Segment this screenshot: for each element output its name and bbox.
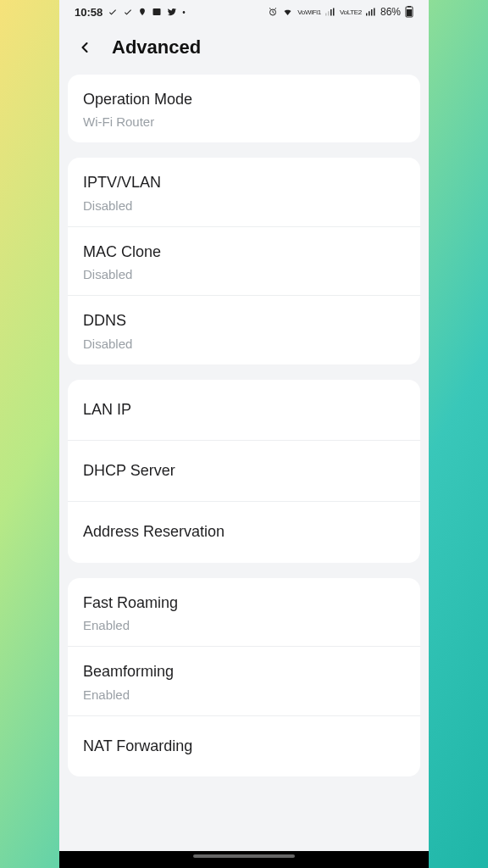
vowifi-label: VoWiFi1 — [297, 8, 321, 16]
svg-rect-2 — [325, 14, 327, 16]
signal-icon — [366, 8, 376, 16]
row-title: LAN IP — [83, 400, 405, 420]
status-right: VoWiFi1 VoLTE2 86% — [268, 6, 413, 18]
row-subtitle: Disabled — [83, 337, 405, 351]
row-subtitle: Enabled — [83, 687, 405, 702]
row-ddns[interactable]: DDNS Disabled — [68, 295, 420, 364]
row-fast-roaming[interactable]: Fast Roaming Enabled — [68, 578, 420, 646]
back-button[interactable] — [73, 36, 97, 59]
signal-icon — [325, 8, 336, 16]
row-address-reservation[interactable]: Address Reservation — [68, 501, 420, 562]
row-dhcp-server[interactable]: DHCP Server — [68, 440, 420, 501]
volte-label: VoLTE2 — [340, 8, 362, 16]
row-subtitle: Disabled — [83, 198, 405, 213]
nav-bar — [59, 851, 429, 868]
row-mac-clone[interactable]: MAC Clone Disabled — [68, 226, 420, 295]
wifi-icon — [282, 7, 293, 17]
battery-icon — [405, 6, 413, 18]
settings-group-network: IPTV/VLAN Disabled MAC Clone Disabled DD… — [68, 158, 420, 364]
alarm-icon — [268, 7, 278, 17]
row-lan-ip[interactable]: LAN IP — [68, 380, 420, 440]
settings-group-lan: LAN IP DHCP Server Address Reservation — [68, 380, 420, 563]
row-title: Operation Mode — [83, 90, 405, 109]
page-title: Advanced — [112, 36, 201, 58]
svg-rect-8 — [371, 9, 373, 16]
svg-rect-5 — [333, 8, 335, 16]
page-header: Advanced — [59, 24, 429, 75]
home-indicator[interactable] — [193, 854, 295, 858]
check-icon — [108, 7, 118, 17]
svg-rect-9 — [374, 8, 375, 16]
settings-group-wireless: Fast Roaming Enabled Beamforming Enabled… — [68, 578, 420, 776]
app-frame: 10:58 • — [0, 0, 488, 868]
row-subtitle: Wi-Fi Router — [83, 114, 405, 129]
row-title: NAT Forwarding — [83, 737, 405, 756]
row-title: MAC Clone — [83, 242, 405, 262]
phone-screen: 10:58 • — [59, 0, 429, 868]
row-title: DHCP Server — [83, 461, 405, 481]
row-title: Address Reservation — [83, 522, 405, 542]
row-title: Fast Roaming — [83, 593, 405, 613]
row-operation-mode[interactable]: Operation Mode Wi-Fi Router — [68, 75, 420, 142]
row-iptv-vlan[interactable]: IPTV/VLAN Disabled — [68, 158, 420, 225]
dot-icon: • — [182, 8, 186, 17]
row-beamforming[interactable]: Beamforming Enabled — [68, 646, 420, 715]
row-title: DDNS — [83, 311, 405, 331]
content-scroll[interactable]: Operation Mode Wi-Fi Router IPTV/VLAN Di… — [59, 75, 429, 851]
row-title: IPTV/VLAN — [83, 173, 405, 192]
row-title: Beamforming — [83, 662, 405, 682]
svg-rect-7 — [369, 11, 370, 15]
svg-rect-3 — [328, 11, 330, 15]
location-icon — [138, 7, 147, 17]
row-nat-forwarding[interactable]: NAT Forwarding — [68, 715, 420, 776]
status-time: 10:58 — [75, 6, 103, 19]
check-icon — [123, 7, 133, 17]
row-subtitle: Enabled — [83, 618, 405, 632]
svg-rect-11 — [407, 9, 412, 16]
svg-rect-0 — [153, 8, 161, 15]
svg-rect-6 — [366, 14, 368, 16]
twitter-icon — [167, 7, 177, 17]
image-icon — [152, 7, 162, 17]
row-subtitle: Disabled — [83, 267, 405, 281]
settings-group-mode: Operation Mode Wi-Fi Router — [68, 75, 420, 142]
svg-rect-4 — [330, 9, 332, 16]
status-bar: 10:58 • — [59, 0, 429, 24]
battery-percent: 86% — [380, 6, 401, 18]
status-left: 10:58 • — [75, 6, 186, 19]
svg-rect-12 — [408, 6, 411, 8]
